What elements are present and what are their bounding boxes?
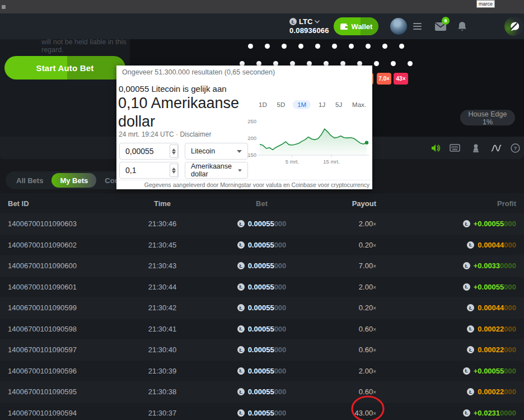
bet-id: 14006700101090603: [0, 220, 123, 228]
table-row[interactable]: 14006700101090597 21:30:40 Ł0.00055000 0…: [0, 339, 524, 361]
table-row[interactable]: 14006700101090595 21:30:38 Ł0.00055000 0…: [0, 381, 524, 403]
avatar[interactable]: [390, 18, 407, 35]
table-row[interactable]: 14006700101090594 21:30:37 Ł0.00055000 4…: [0, 403, 524, 420]
bet-time: 21:30:40: [123, 346, 202, 354]
ltc-coin-icon: Ł: [463, 283, 470, 291]
chart-tab-5j[interactable]: 5J: [333, 100, 344, 109]
bet-payout: 2.00×: [322, 220, 381, 228]
bet-amount: Ł0.00055000: [202, 304, 322, 312]
table-row[interactable]: 14006700101090601 21:30:44 Ł0.00055000 2…: [0, 277, 524, 298]
bet-id: 14006700101090602: [0, 241, 123, 249]
chart-tab-1j[interactable]: 1J: [316, 100, 328, 109]
fairness-icon[interactable]: [470, 142, 481, 153]
user-menu-icon[interactable]: [413, 23, 422, 31]
live-stats-icon[interactable]: [490, 142, 502, 153]
game-info-icon[interactable]: ?: [509, 142, 521, 153]
bet-payout: 0.60×: [322, 346, 381, 354]
amount-from-stepper[interactable]: [170, 144, 178, 158]
svg-text:150: 150: [247, 152, 256, 158]
ltc-coin-icon: Ł: [237, 262, 245, 269]
hotkeys-icon[interactable]: [449, 142, 460, 153]
currency-selector[interactable]: Ł LTC 0.08936066: [289, 17, 329, 35]
chevron-down-icon: [315, 20, 320, 24]
bet-profit: Ł0.00022000: [381, 325, 524, 333]
site-header: Ł LTC 0.08936066 Wallet 6: [0, 13, 524, 39]
plinko-peg: [265, 44, 270, 49]
start-auto-bet-button[interactable]: Start Auto Bet: [4, 56, 125, 80]
plinko-peg: [349, 44, 354, 49]
bets-tab-all-bets[interactable]: All Bets: [8, 173, 52, 188]
table-row[interactable]: 14006700101090602 21:30:45 Ł0.00055000 0…: [0, 235, 524, 256]
bet-amount: Ł0.00055000: [202, 388, 322, 396]
ltc-coin-icon: Ł: [237, 283, 245, 291]
volume-icon[interactable]: [430, 142, 441, 153]
conversion-timestamp: 24 mrt. 19:24 UTC · Disclaimer: [119, 130, 211, 138]
bet-profit: Ł+0.00055000: [381, 367, 524, 375]
app-root: marce Ł LTC 0.08936066 Wallet 6: [0, 0, 524, 420]
bet-time: 21:30:39: [123, 367, 202, 375]
bet-payout: 0.20×: [322, 304, 381, 312]
chart-tab-max[interactable]: Max.: [350, 100, 368, 109]
multiplier-badge: 43×: [394, 73, 408, 85]
chart-tab-1d[interactable]: 1D: [256, 100, 269, 109]
chart-tab-1m[interactable]: 1M: [293, 100, 311, 109]
wallet-button-label: Wallet: [352, 22, 373, 31]
plinko-peg: [408, 61, 413, 66]
table-header-row: Bet ID Time Bet Payout Profit: [0, 193, 524, 213]
bet-payout: 0.20×: [322, 241, 381, 249]
bet-profit: Ł0.00022000: [381, 346, 524, 354]
currency-to-select[interactable]: Amerikaanse dollar: [185, 162, 248, 179]
bet-payout: 2.00×: [322, 367, 381, 375]
bet-amount: Ł0.00055000: [202, 283, 322, 291]
notifications-button[interactable]: [457, 21, 467, 34]
col-header-profit: Profit: [381, 199, 524, 208]
bet-id: 14006700101090599: [0, 304, 123, 312]
bet-amount: Ł0.00055000: [202, 409, 322, 417]
ltc-coin-icon: Ł: [237, 220, 245, 227]
house-edge-button[interactable]: House Edge 1%: [460, 110, 515, 125]
ltc-coin-icon: Ł: [237, 325, 245, 333]
bet-payout: 2.00×: [322, 283, 381, 291]
disclaimer-link[interactable]: Disclaimer: [180, 130, 211, 138]
select-caret-icon: [237, 150, 242, 153]
chart-last-point: [365, 141, 368, 144]
bell-icon: [457, 21, 467, 32]
ltc-coin-icon: Ł: [463, 409, 470, 417]
chat-toggle-button[interactable]: [504, 17, 523, 36]
table-row[interactable]: 14006700101090600 21:30:43 Ł0.00055000 7…: [0, 255, 524, 277]
currency-from-select[interactable]: Litecoin: [185, 143, 248, 160]
price-chart[interactable]: 2502001505 mrt.15 mrt.: [244, 115, 372, 176]
bet-time: 21:30:43: [123, 262, 202, 270]
plinko-peg: [374, 61, 379, 66]
bet-amount: Ł0.00055000: [202, 346, 322, 354]
ltc-coin-icon: Ł: [467, 325, 474, 333]
col-header-payout: Payout: [322, 199, 381, 208]
ltc-coin-icon: Ł: [237, 304, 245, 311]
ltc-coin-icon: Ł: [463, 367, 470, 375]
amount-to-stepper[interactable]: [170, 164, 178, 177]
bet-id: 14006700101090594: [0, 409, 123, 417]
wallet-button[interactable]: Wallet: [334, 17, 378, 35]
ltc-coin-icon: Ł: [467, 346, 474, 353]
svg-text:250: 250: [247, 118, 256, 124]
table-row[interactable]: 14006700101090603 21:30:46 Ł0.00055000 2…: [0, 213, 524, 235]
balance-value: 0.08936066: [289, 26, 329, 35]
window-icon: [2, 5, 6, 9]
data-attribution: Gegevens aangeleverd door Morningstar vo…: [116, 180, 372, 189]
table-row[interactable]: 14006700101090599 21:30:42 Ł0.00055000 0…: [0, 297, 524, 319]
currency-from-value: Litecoin: [191, 147, 215, 155]
bet-id: 14006700101090596: [0, 367, 123, 375]
currency-to-value: Amerikaanse dollar: [191, 162, 238, 178]
bet-amount: Ł0.00055000: [202, 367, 322, 375]
bet-amount: Ł0.00055000: [202, 220, 322, 228]
browser-title-bar: [0, 0, 524, 13]
table-row[interactable]: 14006700101090596 21:30:39 Ł0.00055000 2…: [0, 361, 524, 382]
bet-profit: Ł+0.00055000: [381, 220, 524, 228]
bets-tab-my-bets[interactable]: My Bets: [52, 173, 96, 188]
chart-tab-5d[interactable]: 5D: [275, 100, 288, 109]
google-converter-popup: Ongeveer 51.300.000 resultaten (0,65 sec…: [116, 66, 372, 189]
bet-time: 21:30:46: [123, 220, 202, 228]
bet-payout: 43.00×: [322, 409, 381, 417]
table-row[interactable]: 14006700101090598 21:30:41 Ł0.00055000 0…: [0, 319, 524, 340]
bet-amount: Ł0.00055000: [202, 262, 322, 270]
